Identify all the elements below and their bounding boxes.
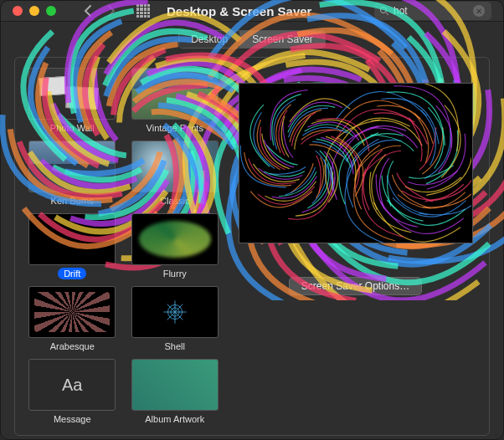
saver-gallery[interactable]: Photo WallVintage PrintsKen BurnsClassic…: [25, 68, 222, 425]
saver-label: Message: [48, 413, 97, 425]
saver-label: Shell: [159, 340, 191, 352]
saver-thumbnail: [131, 213, 219, 265]
preview-image: [239, 83, 473, 243]
saver-thumbnail: Aa: [28, 359, 116, 411]
saver-message[interactable]: AaMessage: [25, 359, 120, 425]
saver-thumbnail: [28, 213, 116, 265]
saver-label: Album Artwork: [139, 413, 210, 425]
saver-thumbnail: [131, 359, 219, 411]
saver-thumbnail: [28, 286, 116, 338]
saver-album[interactable]: Album Artwork: [128, 359, 223, 425]
body: Desktop Screen Saver Photo WallVintage P…: [1, 22, 503, 440]
saver-drift[interactable]: Drift: [25, 213, 120, 279]
prefs-window: Desktop & Screen Saver ✕ Desktop Screen …: [0, 0, 504, 440]
saver-label: Arabesque: [44, 340, 100, 352]
saver-arabesque[interactable]: Arabesque: [25, 286, 120, 352]
content-panel: Photo WallVintage PrintsKen BurnsClassic…: [14, 57, 490, 436]
